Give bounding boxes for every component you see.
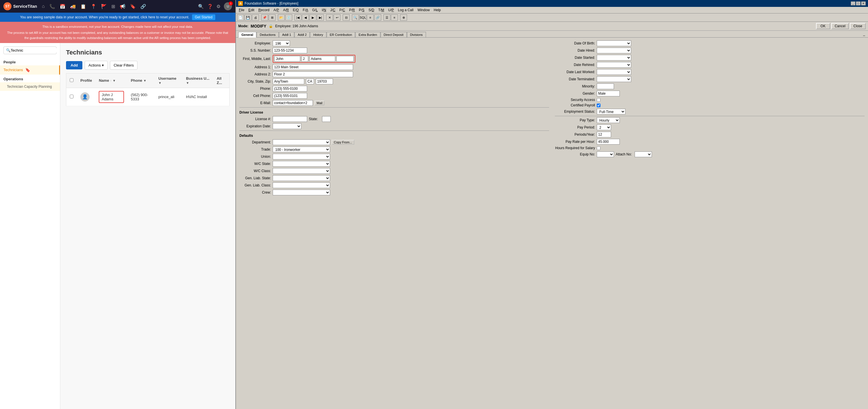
attach-no-select[interactable] [634, 151, 652, 157]
menu-sd[interactable]: S/D [367, 7, 376, 12]
tb-list2[interactable]: ≡ [391, 14, 398, 21]
filter-icon[interactable]: ▼ [113, 79, 116, 82]
phone-input[interactable] [273, 86, 307, 92]
tb-btn-4[interactable]: 📌 [261, 14, 268, 21]
search-box[interactable]: 🔍 [3, 46, 57, 54]
menu-window[interactable]: Window [415, 7, 431, 12]
tb-list[interactable]: ☰ [383, 14, 391, 21]
mail-button[interactable]: Mail [315, 101, 324, 105]
username-filter-icon[interactable]: ▼ [158, 81, 162, 84]
menu-ps[interactable]: P/S [357, 7, 366, 12]
menu-tm[interactable]: T/M [377, 7, 386, 12]
security-access-checkbox[interactable] [597, 98, 600, 102]
menu-gl[interactable]: G/L [311, 7, 319, 12]
trade-select[interactable]: 100 - Ironworker [273, 146, 330, 152]
tab-expand-icon[interactable]: ↔ [863, 34, 866, 37]
menu-pr[interactable]: P/R [347, 7, 356, 12]
expiration-select[interactable] [273, 123, 301, 129]
state-input[interactable] [306, 78, 314, 84]
menu-jc[interactable]: J/C [329, 7, 337, 12]
row-name[interactable]: John J Adams [95, 88, 127, 106]
date-terminated-select[interactable] [597, 76, 631, 82]
pay-rate-input[interactable] [597, 139, 620, 144]
close-window-button[interactable]: ✕ [861, 1, 866, 5]
date-started-select[interactable] [597, 55, 631, 61]
tab-deductions[interactable]: Deductions [257, 32, 279, 37]
checkbox-header[interactable] [66, 73, 77, 88]
date-rehired-select[interactable] [597, 62, 631, 68]
get-started-button[interactable]: Get Started [192, 14, 215, 20]
email-input[interactable] [273, 100, 313, 106]
tb-btn-3[interactable]: 🖨 [252, 14, 259, 21]
megaphone-icon[interactable]: 📢 [120, 4, 125, 9]
tb-more[interactable]: ⊕ [400, 14, 407, 21]
search-input[interactable] [11, 48, 59, 53]
zip-input[interactable] [316, 78, 333, 84]
minimize-button[interactable]: _ [851, 1, 856, 5]
tb-first[interactable]: |◀ [294, 14, 301, 21]
last-name-input[interactable] [309, 56, 335, 62]
equip-no-select[interactable] [597, 151, 614, 157]
name-header[interactable]: Name ↑ ▼ [95, 73, 127, 88]
close-button[interactable]: Close [850, 23, 866, 29]
tab-extra-burden[interactable]: Extra Burden [355, 32, 380, 37]
tb-search[interactable]: 🔍 [352, 14, 359, 21]
tab-direct-deposit[interactable]: Direct Deposit [381, 32, 407, 37]
tb-delete[interactable]: ✕ [326, 14, 333, 21]
tb-undo[interactable]: ↩ [334, 14, 340, 21]
menu-record[interactable]: Record [257, 7, 271, 12]
tb-sql[interactable]: SQL [360, 14, 366, 21]
bookmark-nav-icon[interactable]: 🔖 [130, 4, 136, 9]
home-icon[interactable]: ⌂ [42, 4, 45, 9]
add-button[interactable]: Add [66, 61, 82, 69]
avatar[interactable]: U 1 [224, 2, 232, 10]
union-select[interactable] [273, 154, 330, 160]
date-last-worked-select[interactable] [597, 69, 631, 75]
gender-input[interactable] [597, 91, 620, 96]
pay-type-select[interactable]: Hourly [597, 117, 620, 123]
periods-year-input[interactable] [597, 132, 611, 137]
address1-input[interactable] [273, 64, 353, 70]
search-icon[interactable]: 🔍 [198, 4, 204, 9]
menu-ap[interactable]: A/P [272, 7, 281, 12]
address2-input[interactable] [273, 71, 353, 77]
date-hired-select[interactable] [597, 47, 631, 53]
tab-er-contribution[interactable]: ER Contribution [327, 32, 355, 37]
grid-icon[interactable]: ⊞ [112, 4, 115, 9]
phone-header[interactable]: Phone ▼ [127, 73, 155, 88]
menu-log-call[interactable]: Log a Call [396, 7, 415, 12]
tb-btn-7[interactable]: 💿 [285, 14, 292, 21]
menu-pc[interactable]: P/C [338, 7, 347, 12]
dob-select[interactable] [597, 40, 631, 46]
phone-icon[interactable]: 📞 [50, 4, 55, 9]
name-suffix-input[interactable] [336, 56, 353, 62]
tb-table[interactable]: ⊟ [343, 14, 350, 21]
menu-in[interactable]: I/N [320, 7, 328, 12]
tab-addl1[interactable]: Addl 1 [279, 32, 294, 37]
menu-help[interactable]: Help [432, 7, 443, 12]
gen-liab-state-select[interactable] [273, 175, 330, 181]
menu-edit[interactable]: Edit [247, 7, 256, 12]
tb-prev[interactable]: ◀ [302, 14, 309, 21]
truck-icon[interactable]: 🚚 [70, 4, 76, 9]
tb-btn-5[interactable]: ⊞ [269, 14, 276, 21]
copy-from-button[interactable]: Copy From... [332, 140, 354, 144]
ok-button[interactable]: OK [816, 23, 830, 29]
wc-state-select[interactable] [273, 161, 330, 167]
tab-divisions[interactable]: Divisions [407, 32, 426, 37]
phone-filter-icon[interactable]: ▼ [143, 79, 146, 82]
tab-addl2[interactable]: Addl 2 [294, 32, 310, 37]
tb-btn-2[interactable]: 💾 [245, 14, 251, 21]
first-name-input[interactable] [274, 56, 300, 62]
menu-up[interactable]: U/P [386, 7, 396, 12]
hours-salary-checkbox[interactable] [597, 146, 600, 150]
list-icon[interactable]: 📋 [81, 4, 86, 9]
gen-liab-class-select[interactable] [273, 182, 330, 188]
tb-link[interactable]: 🔗 [374, 14, 381, 21]
cancel-button[interactable]: Cancel [831, 23, 849, 29]
tb-btn-1[interactable]: 📄 [237, 14, 244, 21]
menu-file[interactable]: File [237, 7, 246, 12]
state-lic-input[interactable] [322, 116, 331, 122]
flag-icon[interactable]: 🚩 [101, 4, 107, 9]
crew-select[interactable] [273, 190, 330, 195]
